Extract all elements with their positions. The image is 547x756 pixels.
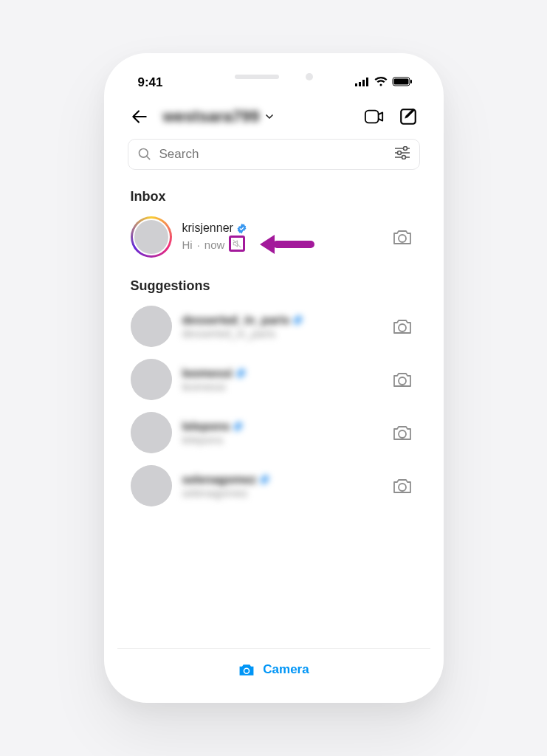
svg-rect-2 bbox=[362, 80, 365, 86]
suggestion-subtitle: leomessi bbox=[182, 380, 226, 393]
svg-point-13 bbox=[397, 151, 401, 155]
sliders-icon bbox=[394, 146, 410, 159]
thread-timestamp: now bbox=[204, 238, 225, 251]
verified-badge-icon bbox=[292, 315, 303, 326]
svg-point-15 bbox=[402, 156, 405, 159]
suggestion-subtitle: selenagomez bbox=[182, 487, 248, 499]
thread-camera-button[interactable] bbox=[388, 228, 417, 246]
thread-username: krisjenner bbox=[182, 221, 233, 235]
avatar[interactable] bbox=[131, 216, 172, 258]
phone-frame: 9:41 westsara799 bbox=[104, 53, 444, 703]
suggestion-item[interactable]: desserted_in_paris desserted_in_paris bbox=[117, 300, 430, 353]
annotation-arrow bbox=[263, 238, 314, 251]
camera-icon bbox=[392, 371, 413, 388]
camera-filled-icon bbox=[238, 662, 255, 678]
search-icon bbox=[137, 147, 152, 162]
svg-rect-0 bbox=[355, 83, 357, 86]
suggestion-username: lelepons bbox=[182, 420, 230, 433]
camera-label: Camera bbox=[263, 662, 309, 677]
avatar[interactable] bbox=[131, 359, 172, 400]
search-field[interactable] bbox=[128, 139, 420, 170]
svg-point-11 bbox=[403, 147, 407, 151]
speaker-grille bbox=[235, 75, 279, 79]
video-call-button[interactable] bbox=[364, 106, 385, 127]
annotation-highlight-box bbox=[229, 236, 245, 252]
battery-icon bbox=[392, 75, 413, 90]
status-icons bbox=[355, 75, 413, 90]
suggestion-item[interactable]: leomessi leomessi bbox=[117, 353, 430, 406]
back-button[interactable] bbox=[129, 106, 150, 127]
front-camera bbox=[306, 73, 313, 80]
thread-preview: Hi bbox=[182, 238, 193, 251]
suggestion-username: leomessi bbox=[182, 367, 233, 380]
notch bbox=[211, 66, 337, 87]
svg-rect-7 bbox=[365, 111, 378, 123]
header-username: westsara799 bbox=[163, 107, 260, 126]
suggestion-username: selenagomez bbox=[182, 473, 256, 487]
inbox-thread[interactable]: krisjenner Hi · now bbox=[117, 210, 430, 264]
avatar-image bbox=[131, 412, 172, 453]
avatar[interactable] bbox=[131, 306, 172, 347]
avatar[interactable] bbox=[131, 412, 172, 453]
muted-icon bbox=[232, 238, 242, 249]
camera-icon bbox=[392, 424, 413, 441]
dm-header: westsara799 bbox=[117, 99, 430, 134]
suggestion-camera-button[interactable] bbox=[388, 424, 417, 441]
avatar-image bbox=[131, 306, 172, 347]
verified-badge-icon bbox=[236, 223, 247, 234]
compose-button[interactable] bbox=[398, 106, 419, 127]
filter-button[interactable] bbox=[394, 146, 410, 162]
camera-icon bbox=[392, 228, 413, 246]
svg-point-19 bbox=[399, 377, 406, 385]
svg-rect-6 bbox=[410, 80, 412, 83]
camera-icon bbox=[392, 477, 413, 495]
suggestions-section-title: Suggestions bbox=[117, 264, 430, 300]
camera-icon bbox=[392, 317, 413, 335]
avatar[interactable] bbox=[131, 465, 172, 506]
cellular-icon bbox=[355, 75, 370, 90]
suggestion-subtitle: desserted_in_paris bbox=[182, 327, 276, 340]
suggestion-camera-button[interactable] bbox=[388, 371, 417, 388]
account-switcher[interactable]: westsara799 bbox=[163, 107, 354, 126]
suggestion-username: desserted_in_paris bbox=[182, 314, 290, 327]
svg-rect-5 bbox=[393, 79, 408, 85]
svg-point-20 bbox=[399, 430, 406, 438]
suggestion-item[interactable]: lelepons lelepons bbox=[117, 406, 430, 459]
status-time: 9:41 bbox=[138, 75, 163, 90]
thread-separator: · bbox=[197, 238, 200, 251]
wifi-icon bbox=[374, 75, 388, 90]
screen: 9:41 westsara799 bbox=[117, 66, 430, 690]
svg-point-17 bbox=[399, 235, 406, 242]
suggestion-item[interactable]: selenagomez selenagomez bbox=[117, 459, 430, 512]
suggestion-camera-button[interactable] bbox=[388, 477, 417, 495]
suggestion-subtitle: lelepons bbox=[182, 433, 224, 446]
verified-badge-icon bbox=[259, 474, 270, 485]
avatar-image bbox=[131, 465, 172, 506]
arrow-left-icon bbox=[130, 107, 149, 126]
svg-point-18 bbox=[399, 324, 406, 331]
avatar-image bbox=[133, 219, 170, 255]
svg-point-23 bbox=[245, 668, 249, 672]
svg-point-21 bbox=[399, 484, 406, 491]
chevron-down-icon bbox=[264, 111, 275, 123]
verified-badge-icon bbox=[233, 421, 244, 432]
inbox-section-title: Inbox bbox=[117, 174, 430, 210]
search-input[interactable] bbox=[159, 147, 387, 162]
svg-rect-1 bbox=[359, 82, 361, 86]
camera-bar[interactable]: Camera bbox=[117, 648, 430, 690]
avatar-image bbox=[131, 359, 172, 400]
svg-rect-3 bbox=[366, 78, 368, 86]
verified-badge-icon bbox=[235, 368, 247, 379]
suggestion-camera-button[interactable] bbox=[388, 317, 417, 335]
compose-icon bbox=[399, 107, 418, 126]
video-icon bbox=[364, 107, 385, 126]
